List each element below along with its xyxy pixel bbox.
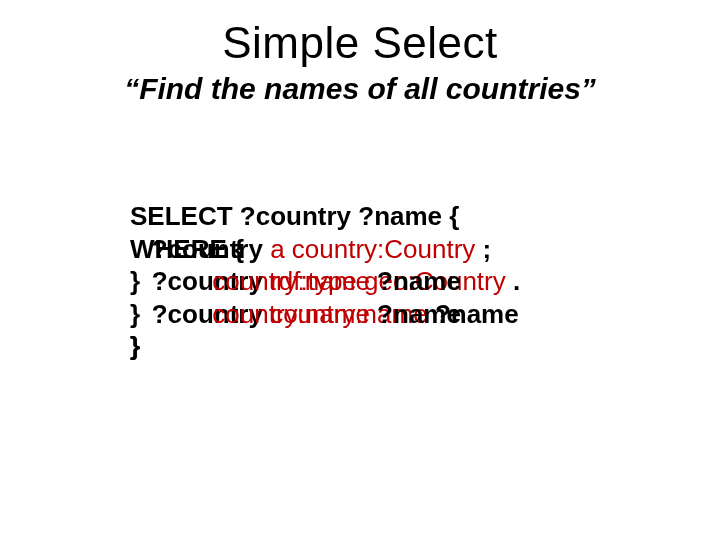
ov5-brace: }: [130, 331, 140, 361]
ov4-obj: ?name: [370, 299, 461, 329]
code-block-overlay: ?country a country:Country ; } country:n…: [130, 200, 630, 363]
ov2-a: a: [270, 234, 284, 264]
slide: Simple Select “Find the names of all cou…: [0, 0, 720, 540]
ov3-brace: }: [130, 266, 212, 296]
slide-title: Simple Select: [0, 18, 720, 68]
ov4-brace: }: [130, 299, 212, 329]
ov2-semi: ;: [475, 234, 491, 264]
ov2-sp: [285, 234, 292, 264]
ov3-pred: country:name: [212, 266, 370, 296]
ov2-subj: ?country: [130, 234, 270, 264]
ov3-obj: ?name: [370, 266, 461, 296]
slide-subtitle: “Find the names of all countries”: [0, 72, 720, 106]
ov4-pred: country:name: [212, 299, 370, 329]
ov2-obj: country:Country: [292, 234, 476, 264]
